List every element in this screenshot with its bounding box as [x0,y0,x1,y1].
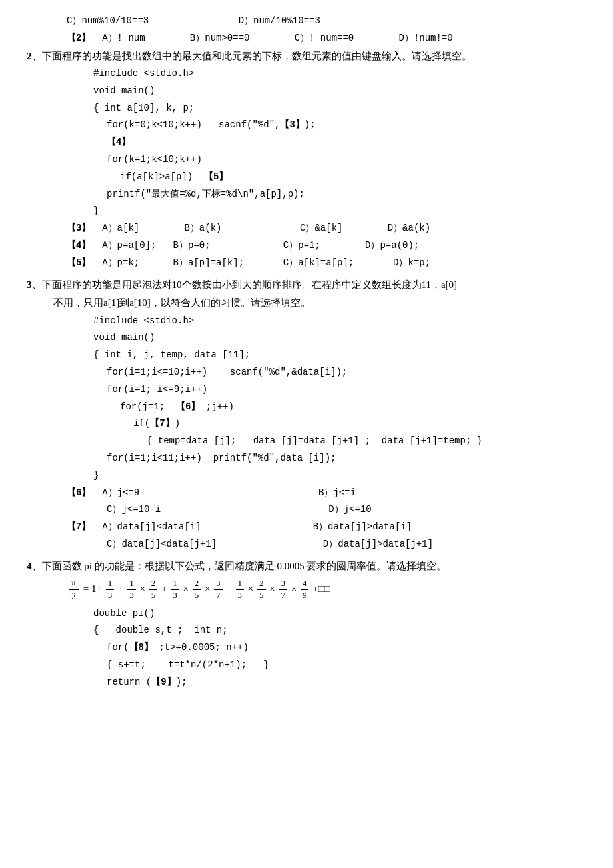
q2-code-4: for(k=0;k<10;k++) sacnf("%d",【3】); [27,117,586,133]
q4-code-1: double pi() [27,606,586,622]
q4-code-5: return (【9】); [27,675,586,691]
question-2: 2、下面程序的功能是找出数组中的最大值和此元素的下标，数组元素的值由键盘输入。请… [27,48,586,271]
pi-formula: π 2 = 1+ 1 3 + 1 3 × 2 5 + [27,576,586,603]
line-q2-opts: 【2】 A）! num B）num>0==0 C）! num==0 D）!num… [27,31,586,47]
q2-code-5: 【4】 [27,135,586,151]
q2-code-6: for(k=1;k<10;k++) [27,152,586,168]
q4-code-4: { s+=t; t=t*n/(2*n+1); } [27,657,586,673]
q3-opt6-cd: C）j<=10-i D）j<=10 [27,502,586,518]
q2-intro: 2、下面程序的功能是找出数组中的最大值和此元素的下标，数组元素的值由键盘输入。请… [27,48,586,65]
q2-code-7: if(a[k]>a[p]) 【5】 [27,169,586,185]
question-4: 4、下面函数 pi 的功能是：根据以下公式，返回精度满足 0.0005 要求的圆… [27,558,586,691]
q2-code-2: void main() [27,83,586,99]
q4-intro: 4、下面函数 pi 的功能是：根据以下公式，返回精度满足 0.0005 要求的圆… [27,558,586,575]
q3-code-9: for(i=1;i<11;i++) printf("%d",data [i]); [27,451,586,467]
q3-intro: 3、下面程序的功能是用起泡法对10个数按由小到大的顺序排序。在程序中定义数组长度… [27,277,586,294]
q2-code-8: printf("最大值=%d,下标=%d\n",a[p],p); [27,187,586,203]
q3-code-10: } [27,468,586,484]
q3-code-6: for(j=1; 【6】 ;j++) [27,399,586,415]
q4-code-2: { double s,t ; int n; [27,623,586,639]
q3-intro2: 不用，只用a[1]到a[10]，以符合人们的习惯。请选择填空。 [27,295,586,312]
q3-code-1: #include <stdio.h> [27,313,586,329]
q3-opt7-cd: C）data[j]<data[j+1] D）data[j]>data[j+1] [27,537,586,553]
q3-code-5: for(i=1; i<=9;i++) [27,382,586,398]
q2-opt5: 【5】 A）p=k; B）a[p]=a[k]; C）a[k]=a[p]; D）k… [27,255,586,271]
q2-opt4: 【4】 A）p=a[0]; B）p=0; C）p=1; D）p=a(0); [27,238,586,254]
question-3: 3、下面程序的功能是用起泡法对10个数按由小到大的顺序排序。在程序中定义数组长度… [27,277,586,553]
main-content: C）num%10/10==3 D）num/10%10==3 【2】 A）! nu… [27,13,586,690]
line-cd: C）num%10/10==3 D）num/10%10==3 [27,13,586,29]
q3-code-2: void main() [27,330,586,346]
q3-code-7: if(【7】) [27,416,586,432]
q2-code-9: } [27,203,586,219]
q4-code-3: for(【8】 ;t>=0.0005; n++) [27,640,586,656]
q2-code-1: #include <stdio.h> [27,66,586,82]
q3-code-3: { int i, j, temp, data [11]; [27,347,586,363]
q2-opt3: 【3】 A）a[k] B）a(k) C）&a[k] D）&a(k) [27,221,586,237]
q2-code-3: { int a[10], k, p; [27,101,586,117]
q3-opt6: 【6】 A）j<=9 B）j<=i [27,485,586,501]
q3-code-4: for(i=1;i<=10;i++) scanf("%d",&data[i]); [27,365,586,381]
q3-code-8: { temp=data [j]; data [j]=data [j+1] ; d… [27,433,586,449]
q3-opt7-ab: 【7】 A）data[j]<data[i] B）data[j]>data[i] [27,519,586,535]
